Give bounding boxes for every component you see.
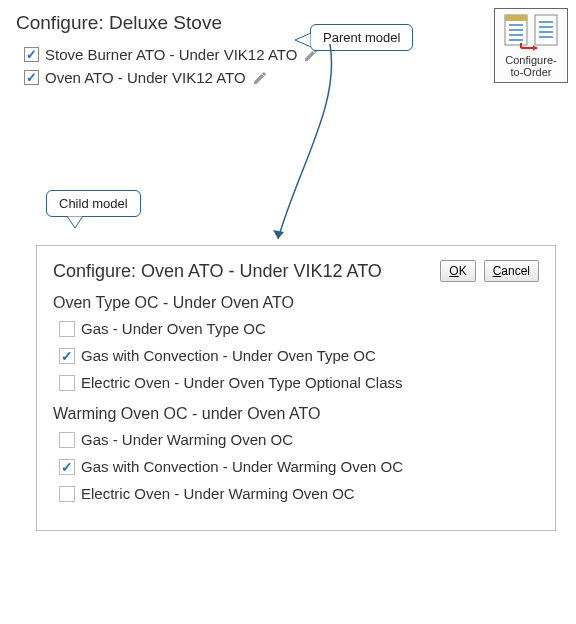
parent-item-row: Stove Burner ATO - Under VIK12 ATO	[24, 46, 560, 63]
badge-label-line1: Configure-	[497, 55, 565, 67]
parent-item-label: Oven ATO - Under VIK12 ATO	[45, 69, 246, 86]
option-row: Electric Oven - Under Warming Oven OC	[59, 485, 539, 502]
configure-to-order-badge: Configure- to-Order	[494, 8, 568, 83]
section-title: Oven Type OC - Under Oven ATO	[53, 294, 539, 312]
checkbox-option[interactable]	[59, 375, 75, 391]
option-row: Gas - Under Oven Type OC	[59, 320, 539, 337]
checkbox-option[interactable]	[59, 459, 75, 475]
option-label: Electric Oven - Under Warming Oven OC	[81, 485, 355, 502]
badge-label-line2: to-Order	[497, 67, 565, 79]
checkbox-option[interactable]	[59, 321, 75, 337]
option-row: Gas - Under Warming Oven OC	[59, 431, 539, 448]
child-config-panel: Configure: Oven ATO - Under VIK12 ATO OK…	[36, 245, 556, 531]
checkbox-option[interactable]	[59, 432, 75, 448]
callout-parent-model: Parent model	[310, 24, 413, 51]
option-label: Gas - Under Oven Type OC	[81, 320, 266, 337]
svg-rect-1	[505, 15, 527, 21]
checkbox-option[interactable]	[59, 348, 75, 364]
parent-item-label: Stove Burner ATO - Under VIK12 ATO	[45, 46, 297, 63]
checkbox-oven-ato[interactable]	[24, 70, 39, 85]
callout-child-model: Child model	[46, 190, 141, 217]
checkbox-option[interactable]	[59, 486, 75, 502]
parent-item-row: Oven ATO - Under VIK12 ATO	[24, 69, 560, 86]
edit-icon[interactable]	[252, 70, 268, 86]
svg-rect-6	[535, 15, 557, 45]
option-label: Gas - Under Warming Oven OC	[81, 431, 293, 448]
cancel-button[interactable]: Cancel	[484, 260, 539, 282]
option-label: Gas with Convection - Under Warming Oven…	[81, 458, 403, 475]
option-row: Electric Oven - Under Oven Type Optional…	[59, 374, 539, 391]
page-title: Configure: Deluxe Stove	[16, 12, 560, 34]
ok-button[interactable]: OK	[440, 260, 475, 282]
option-row: Gas with Convection - Under Oven Type OC	[59, 347, 539, 364]
checkbox-stove-burner[interactable]	[24, 47, 39, 62]
panel-title: Configure: Oven ATO - Under VIK12 ATO	[53, 261, 432, 282]
option-row: Gas with Convection - Under Warming Oven…	[59, 458, 539, 475]
badge-icon	[497, 13, 565, 53]
option-label: Electric Oven - Under Oven Type Optional…	[81, 374, 403, 391]
option-label: Gas with Convection - Under Oven Type OC	[81, 347, 376, 364]
section-title: Warming Oven OC - under Oven ATO	[53, 405, 539, 423]
